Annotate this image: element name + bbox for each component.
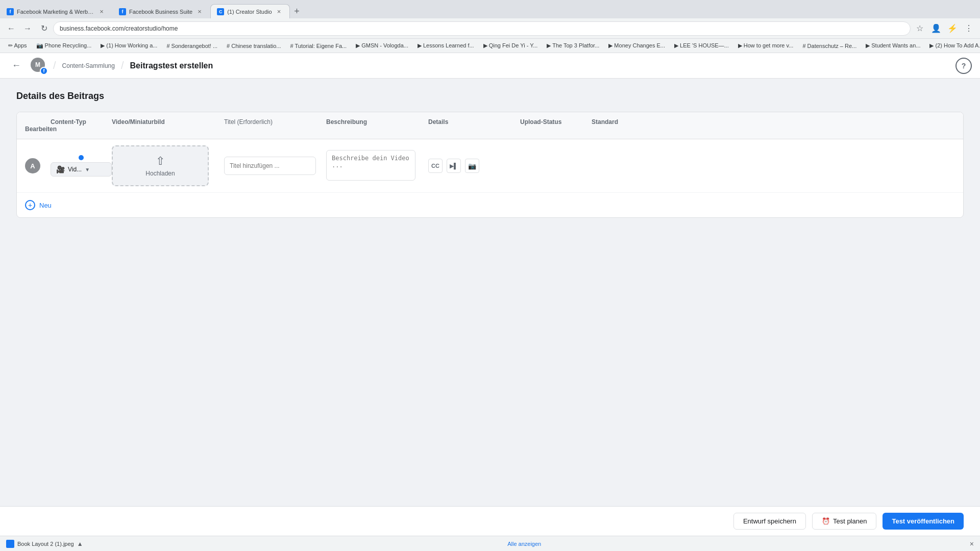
fb-badge: f: [40, 67, 48, 75]
tab-1-favicon: f: [7, 8, 14, 15]
bookmark-2[interactable]: ▶ (1) How Working a...: [96, 41, 161, 50]
tab-bar: f Facebook Marketing & Werbe... × f Face…: [0, 0, 980, 18]
bookmark-12[interactable]: ▶ How to get more v...: [734, 41, 798, 50]
thumbnail-icon-button[interactable]: 📷: [465, 159, 479, 173]
add-row-label: Neu: [39, 202, 52, 209]
bookmark-8[interactable]: ▶ Qing Fei De Yi - Y...: [479, 41, 542, 50]
content-type-dropdown[interactable]: 🎥 Vid... ▼: [51, 162, 112, 177]
bookmark-1-label: 📷 Phone Recycling...: [36, 42, 92, 49]
tab-3[interactable]: C (1) Creator Studio ×: [210, 4, 289, 18]
tab-3-favicon: C: [217, 8, 224, 15]
tab-2-favicon: f: [119, 8, 126, 15]
tab-1[interactable]: f Facebook Marketing & Werbe... ×: [0, 4, 112, 18]
breadcrumb-label: Content-Sammlung: [62, 62, 115, 69]
app-header: ← M f / Content-Sammlung / Beitragstest …: [0, 53, 980, 79]
col-header-standard: Standard: [592, 118, 663, 126]
col-title-label: Titel: [224, 118, 235, 126]
bookmark-14[interactable]: ▶ Student Wants an...: [862, 41, 924, 50]
video-upload-cell: ⇧ Hochladen: [112, 145, 224, 186]
app-logo: M f: [31, 58, 47, 74]
description-input[interactable]: [326, 150, 415, 181]
bookmark-13-label: # Datenschutz – Re...: [802, 43, 856, 49]
bookmark-8-label: ▶ Qing Fei De Yi - Y...: [483, 42, 538, 49]
cc-icon: CC: [431, 163, 439, 169]
title-input[interactable]: [224, 157, 316, 175]
tab-1-title: Facebook Marketing & Werbe...: [17, 9, 94, 15]
bookmark-apps[interactable]: ✏ Apps: [4, 41, 31, 50]
bookmark-4-label: # Chinese translatio...: [227, 43, 281, 49]
bookmark-11[interactable]: ▶ LEE 'S HOUSE—...: [670, 41, 733, 50]
bookmark-6[interactable]: ▶ GMSN - Vologda...: [352, 41, 412, 50]
help-button[interactable]: ?: [955, 58, 972, 74]
col-header-upload: Upload-Status: [520, 118, 592, 126]
bookmark-7[interactable]: ▶ Lessons Learned f...: [413, 41, 478, 50]
bookmark-4[interactable]: # Chinese translatio...: [223, 42, 285, 50]
bookmark-13[interactable]: # Datenschutz – Re...: [798, 42, 861, 50]
col-header-video: Video/Miniaturbild: [112, 118, 224, 126]
breadcrumb-separator: /: [53, 60, 56, 71]
logo-container: M f: [31, 58, 47, 74]
description-cell: [326, 150, 428, 182]
bookmark-12-label: ▶ How to get more v...: [738, 42, 794, 49]
address-text: business.facebook.com/creatorstudio/home: [60, 25, 178, 32]
table-row: A 🎥 Vid... ▼ ⇧ Hochladen: [17, 139, 963, 193]
bookmark-15-label: ▶ (2) How To Add A...: [929, 42, 980, 49]
table-header: Content-Typ Video/Miniaturbild Titel (Er…: [17, 112, 963, 139]
address-bar[interactable]: business.facebook.com/creatorstudio/home: [53, 21, 911, 36]
bookmark-apps-label: ✏ Apps: [8, 42, 27, 49]
col-header-edit: Bearbeiten: [25, 126, 51, 133]
col-header-details: Details: [428, 118, 520, 126]
tab-2[interactable]: f Facebook Business Suite ×: [112, 4, 210, 18]
bookmark-9[interactable]: ▶ The Top 3 Platfor...: [543, 41, 603, 50]
back-button[interactable]: ←: [4, 21, 18, 36]
header-right: ?: [955, 58, 972, 74]
new-tab-button[interactable]: +: [290, 4, 304, 18]
bookmarks-bar: ✏ Apps 📷 Phone Recycling... ▶ (1) How Wo…: [0, 39, 980, 53]
details-icons: CC ▶▌ 📷: [428, 159, 520, 173]
breadcrumb-separator-2: /: [121, 60, 124, 71]
profile-icon[interactable]: 👤: [929, 21, 943, 36]
bookmark-15[interactable]: ▶ (2) How To Add A...: [925, 41, 980, 50]
bookmark-1[interactable]: 📷 Phone Recycling...: [32, 41, 96, 50]
avatar: A: [25, 158, 40, 173]
subtitles-icon-button[interactable]: CC: [428, 159, 443, 173]
bookmark-5[interactable]: # Tutorial: Eigene Fa...: [286, 42, 351, 50]
video-icon: 🎥: [56, 165, 65, 173]
col-header-desc: Beschreibung: [326, 118, 428, 126]
blue-indicator-dot: [79, 155, 84, 160]
bookmark-11-label: ▶ LEE 'S HOUSE—...: [674, 42, 729, 49]
content-table: Content-Typ Video/Miniaturbild Titel (Er…: [16, 112, 964, 218]
tab-2-close[interactable]: ×: [195, 8, 204, 16]
reload-button[interactable]: ↻: [37, 21, 51, 36]
add-icon: +: [25, 200, 35, 210]
bookmark-10[interactable]: ▶ Money Changes E...: [604, 41, 669, 50]
back-to-collection-button[interactable]: ←: [8, 58, 24, 74]
bookmark-14-label: ▶ Student Wants an...: [866, 42, 920, 49]
content-type-indicator: [51, 155, 112, 160]
tab-1-close[interactable]: ×: [97, 8, 106, 16]
details-cell: CC ▶▌ 📷: [428, 159, 520, 173]
dropdown-chevron-icon: ▼: [85, 167, 90, 172]
upload-area[interactable]: ⇧ Hochladen: [112, 145, 209, 186]
main-content: Details des Beitrags Content-Typ Video/M…: [0, 79, 980, 510]
col-header-content-type: Content-Typ: [51, 118, 112, 126]
add-row-button[interactable]: + Neu: [17, 193, 963, 217]
bookmark-2-label: ▶ (1) How Working a...: [101, 42, 157, 49]
image-icon: 📷: [468, 162, 476, 170]
page-title: Beitragstest erstellen: [130, 61, 213, 70]
bookmark-3[interactable]: # Sonderangebot! ...: [162, 42, 222, 50]
bookmark-star-icon[interactable]: ☆: [913, 21, 927, 36]
tab-3-close[interactable]: ×: [275, 8, 283, 16]
bookmark-9-label: ▶ The Top 3 Platfor...: [547, 42, 599, 49]
upload-icon: ⇧: [156, 155, 165, 168]
extensions-icon[interactable]: ⚡: [945, 21, 960, 36]
forward-button[interactable]: →: [20, 21, 35, 36]
menu-icon[interactable]: ⋮: [962, 21, 976, 36]
chapters-icon: ▶▌: [450, 163, 458, 169]
bookmark-10-label: ▶ Money Changes E...: [608, 42, 665, 49]
content-type-cell: 🎥 Vid... ▼: [51, 155, 112, 177]
bookmark-5-label: # Tutorial: Eigene Fa...: [290, 43, 347, 49]
col-title-required: (Erforderlich): [237, 118, 273, 126]
bookmark-3-label: # Sonderangebot! ...: [166, 43, 217, 49]
chapters-icon-button[interactable]: ▶▌: [447, 159, 461, 173]
